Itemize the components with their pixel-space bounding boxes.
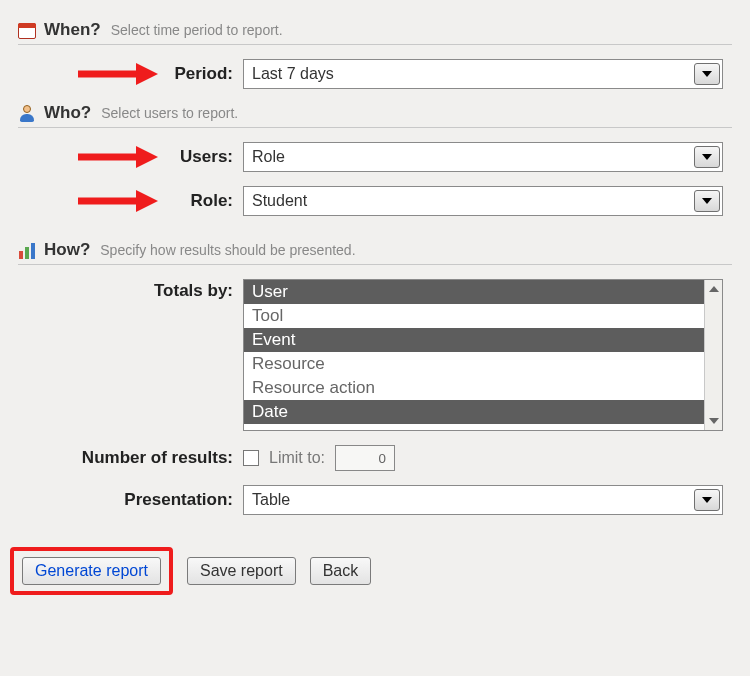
totals-option[interactable]: User <box>244 280 704 304</box>
svg-marker-1 <box>136 63 158 85</box>
svg-marker-3 <box>136 146 158 168</box>
totals-option[interactable]: Date <box>244 400 704 424</box>
how-title: How? <box>44 240 90 260</box>
back-button[interactable]: Back <box>310 557 372 585</box>
annotation-arrow-icon <box>78 61 158 87</box>
period-select[interactable]: Last 7 days <box>243 59 723 89</box>
generate-report-button[interactable]: Generate report <box>22 557 161 585</box>
users-value: Role <box>252 148 285 166</box>
chevron-down-icon <box>694 63 720 85</box>
totals-label: Totals by: <box>18 279 243 301</box>
when-title: When? <box>44 20 101 40</box>
totals-row: Totals by: UserToolEventResourceResource… <box>18 279 732 431</box>
scroll-up-icon[interactable] <box>705 280 722 298</box>
annotation-highlight: Generate report <box>10 547 173 595</box>
scroll-down-icon[interactable] <box>705 412 722 430</box>
user-icon <box>18 104 36 122</box>
totals-option[interactable]: Resource <box>244 352 704 376</box>
svg-marker-5 <box>136 190 158 212</box>
who-title: Who? <box>44 103 91 123</box>
when-hint: Select time period to report. <box>111 22 283 38</box>
role-value: Student <box>252 192 307 210</box>
chevron-down-icon <box>694 146 720 168</box>
totals-option[interactable]: Resource action <box>244 376 704 400</box>
totals-option[interactable]: Event <box>244 328 704 352</box>
presentation-row: Presentation: Table <box>18 485 732 515</box>
section-when: When? Select time period to report. <box>18 20 732 45</box>
limit-to-checkbox[interactable] <box>243 450 259 466</box>
num-results-label: Number of results: <box>18 448 243 468</box>
annotation-arrow-icon <box>78 144 158 170</box>
button-row: Generate report Save report Back <box>18 547 732 595</box>
limit-to-label: Limit to: <box>269 449 325 467</box>
section-who: Who? Select users to report. <box>18 103 732 128</box>
annotation-arrow-icon <box>78 188 158 214</box>
period-value: Last 7 days <box>252 65 334 83</box>
users-select[interactable]: Role <box>243 142 723 172</box>
period-row: Period: Last 7 days <box>18 59 732 89</box>
bar-chart-icon <box>18 241 36 259</box>
presentation-value: Table <box>252 491 290 509</box>
num-results-row: Number of results: Limit to: <box>18 445 732 471</box>
presentation-label: Presentation: <box>18 490 243 510</box>
role-select[interactable]: Student <box>243 186 723 216</box>
users-row: Users: Role <box>18 142 732 172</box>
chevron-down-icon <box>694 190 720 212</box>
totals-option[interactable]: Tool <box>244 304 704 328</box>
save-report-button[interactable]: Save report <box>187 557 296 585</box>
limit-to-input[interactable] <box>335 445 395 471</box>
role-row: Role: Student <box>18 186 732 216</box>
presentation-select[interactable]: Table <box>243 485 723 515</box>
section-how: How? Specify how results should be prese… <box>18 240 732 265</box>
scrollbar[interactable] <box>704 280 722 430</box>
how-hint: Specify how results should be presented. <box>100 242 355 258</box>
who-hint: Select users to report. <box>101 105 238 121</box>
totals-listbox[interactable]: UserToolEventResourceResource actionDate <box>243 279 723 431</box>
chevron-down-icon <box>694 489 720 511</box>
calendar-icon <box>18 21 36 39</box>
